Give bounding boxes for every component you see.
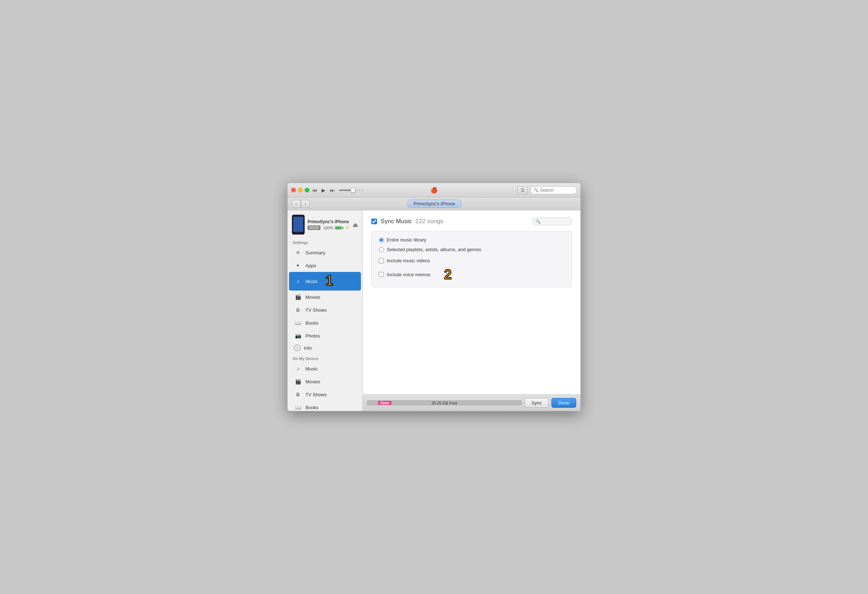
titlebar-right: ☰ 🔍 (517, 186, 577, 194)
volume-slider[interactable] (339, 189, 364, 191)
sidebar-item-books[interactable]: 📖 Books (289, 316, 361, 329)
sync-button[interactable]: Sync (525, 398, 549, 408)
content-search-icon: 🔍 (536, 219, 541, 224)
sync-music-checkbox[interactable] (371, 219, 377, 224)
rewind-button[interactable]: ⏮ (311, 187, 319, 194)
sidebar: PrimoSync's iPhone 60GB 100% ⚡ ⏏ (288, 210, 363, 411)
forward-button[interactable]: › (301, 200, 310, 208)
battery-body (335, 226, 342, 230)
close-button[interactable] (291, 188, 296, 192)
photos-icon: 📷 (294, 332, 302, 340)
sync-header: Sync Music 122 songs 🔍 (371, 217, 572, 225)
main-content: PrimoSync's iPhone 60GB 100% ⚡ ⏏ (288, 210, 580, 411)
device-header: PrimoSync's iPhone 60GB 100% ⚡ ⏏ (288, 210, 362, 238)
fast-forward-button[interactable]: ⏭ (328, 187, 336, 194)
include-memos-label: Include voice memos (387, 272, 430, 277)
sidebar-item-label: Music (306, 366, 317, 371)
back-button[interactable]: ‹ (292, 200, 300, 208)
content-search-box[interactable]: 🔍 (533, 217, 572, 225)
minimize-button[interactable] (298, 188, 303, 192)
include-videos-checkbox[interactable] (379, 258, 384, 263)
device-name-sidebar: PrimoSync's iPhone (308, 219, 350, 224)
charging-indicator: ⚡ (345, 225, 350, 230)
search-box: 🔍 (530, 186, 577, 194)
on-my-device-section-header: On My Device (288, 354, 362, 362)
storage-badge: 60GB (308, 225, 320, 230)
books-icon: 📖 (294, 319, 302, 327)
play-button[interactable]: ▶ (320, 187, 327, 194)
battery-percent: 100% (323, 226, 334, 230)
maximize-button[interactable] (305, 188, 309, 192)
include-videos-label: Include music videos (387, 258, 430, 263)
selected-playlists-label: Selected playlists, artists, albums, and… (387, 247, 481, 252)
device-info: PrimoSync's iPhone 60GB 100% ⚡ (308, 219, 350, 230)
sync-music-title: Sync Music (381, 218, 412, 225)
annotation-1: 1 (326, 274, 333, 287)
sidebar-item-music[interactable]: ♪ Music 1 (289, 272, 361, 291)
device-name-pill: PrimoSync's iPhone (407, 199, 461, 208)
eject-button[interactable]: ⏏ (353, 222, 358, 228)
sidebar-item-music-device[interactable]: ♪ Music (289, 362, 361, 375)
apps-icon: ✦ (294, 262, 302, 269)
entire-library-label: Entire music library (387, 237, 427, 242)
battery-tip (342, 227, 343, 229)
sidebar-item-label: Apps (306, 263, 316, 268)
main-panel: Sync Music 122 songs 🔍 Entire music libr… (363, 210, 580, 411)
sidebar-item-books-device[interactable]: 📖 Books (289, 401, 361, 411)
apple-logo: 🍎 (430, 187, 438, 194)
titlebar-center: 🍎 (430, 187, 438, 194)
tvshows-device-icon: 🖥 (294, 390, 302, 398)
include-memos-row: Include voice memos 2 (379, 267, 564, 281)
sidebar-item-label: Books (306, 320, 318, 326)
battery-fill (335, 227, 341, 229)
sidebar-item-tvshows[interactable]: 🖥 TV Shows (289, 303, 361, 316)
done-button[interactable]: Done (551, 398, 576, 408)
sidebar-item-summary[interactable]: ≡ Summary (289, 246, 361, 259)
search-icon: 🔍 (534, 188, 539, 192)
sidebar-item-label: Books (306, 405, 318, 410)
content-area: Sync Music 122 songs 🔍 Entire music libr… (363, 210, 580, 395)
settings-section-header: Settings (288, 238, 362, 246)
sidebar-item-label: TV Shows (306, 392, 326, 397)
include-memos-checkbox[interactable] (379, 272, 384, 277)
movies-device-icon: 🎬 (294, 378, 302, 386)
sidebar-item-label: Movies (306, 294, 320, 300)
device-capacity: 60GB 100% ⚡ (308, 225, 350, 230)
traffic-lights (291, 188, 309, 192)
subtoolbar: ‹ › PrimoSync's iPhone (288, 197, 580, 210)
sidebar-item-label: Music (306, 279, 317, 284)
storage-bar-container: 35.25 GB Free Apps (367, 400, 522, 405)
itunes-window: ⏮ ▶ ⏭ 🍎 ☰ 🔍 ‹ › PrimoSync's iPhone (287, 183, 581, 411)
movies-icon: 🎬 (294, 293, 302, 301)
options-box: Entire music library Selected playlists,… (371, 231, 572, 287)
battery-icon (335, 226, 343, 230)
sync-music-count: 122 songs (415, 218, 443, 225)
sidebar-item-label: TV Shows (306, 307, 326, 313)
sidebar-item-movies-device[interactable]: 🎬 Movies (289, 375, 361, 388)
list-view-button[interactable]: ☰ (517, 186, 527, 194)
entire-library-row: Entire music library (379, 237, 564, 242)
sidebar-item-label: Photos (306, 333, 320, 338)
include-videos-row: Include music videos (379, 258, 564, 263)
sidebar-item-apps[interactable]: ✦ Apps (289, 259, 361, 272)
sidebar-item-tvshows-device[interactable]: 🖥 TV Shows (289, 388, 361, 401)
transport-controls: ⏮ ▶ ⏭ (311, 187, 336, 194)
device-icon (292, 214, 305, 235)
titlebar: ⏮ ▶ ⏭ 🍎 ☰ 🔍 (288, 183, 580, 197)
sidebar-item-label: Info (304, 345, 312, 351)
books-device-icon: 📖 (294, 403, 302, 411)
sidebar-item-label: Movies (306, 379, 320, 384)
device-home-button (297, 231, 300, 233)
storage-free-label: 35.25 GB Free (367, 401, 522, 405)
selected-playlists-row: Selected playlists, artists, albums, and… (379, 247, 564, 252)
sidebar-item-info[interactable]: i Info (289, 342, 361, 354)
sidebar-item-photos[interactable]: 📷 Photos (289, 329, 361, 342)
selected-playlists-radio[interactable] (379, 247, 384, 252)
sidebar-item-label: Summary (306, 250, 326, 256)
entire-library-radio[interactable] (379, 238, 384, 242)
bottom-bar: 35.25 GB Free Apps Sync Done (363, 395, 580, 411)
summary-icon: ≡ (294, 249, 302, 257)
sidebar-item-movies[interactable]: 🎬 Movies (289, 291, 361, 303)
device-screen (293, 217, 303, 232)
search-input[interactable] (540, 188, 574, 193)
